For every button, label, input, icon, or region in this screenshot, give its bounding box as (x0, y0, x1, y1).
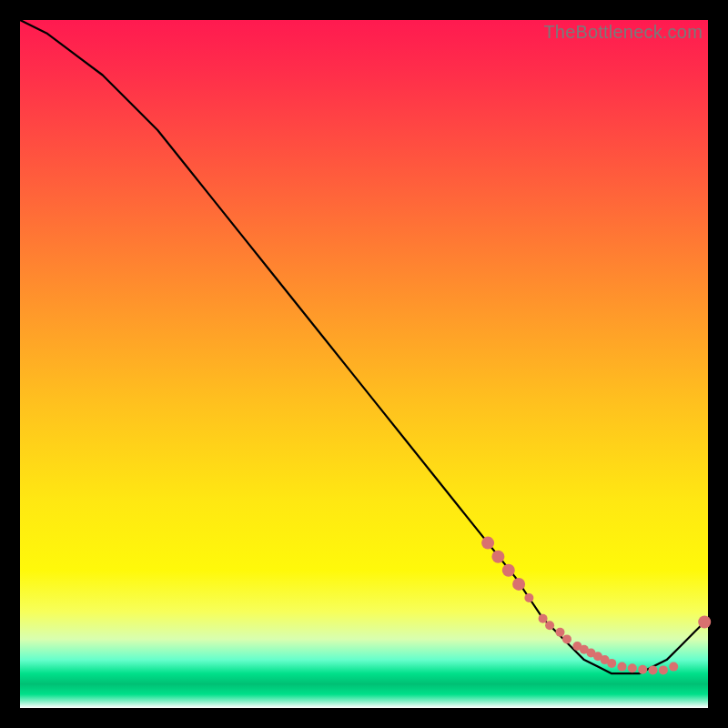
plot-area: TheBottleneck.com (20, 20, 708, 708)
data-point (524, 593, 533, 602)
data-point (502, 564, 515, 577)
data-point (628, 663, 637, 672)
data-point (545, 621, 554, 630)
data-point (669, 662, 678, 672)
data-point (481, 537, 494, 550)
marker-cluster (481, 537, 711, 675)
data-point (618, 662, 627, 672)
data-point (539, 614, 548, 623)
curve-layer (20, 20, 708, 708)
data-point (698, 616, 711, 629)
data-point (562, 634, 571, 643)
data-point (607, 659, 616, 668)
data-point (659, 665, 668, 674)
data-point (638, 665, 647, 674)
data-point (649, 665, 658, 674)
bottleneck-curve (20, 20, 708, 673)
chart-frame: TheBottleneck.com (0, 0, 728, 728)
data-point (556, 628, 565, 637)
data-point (512, 578, 525, 591)
data-point (491, 551, 504, 563)
